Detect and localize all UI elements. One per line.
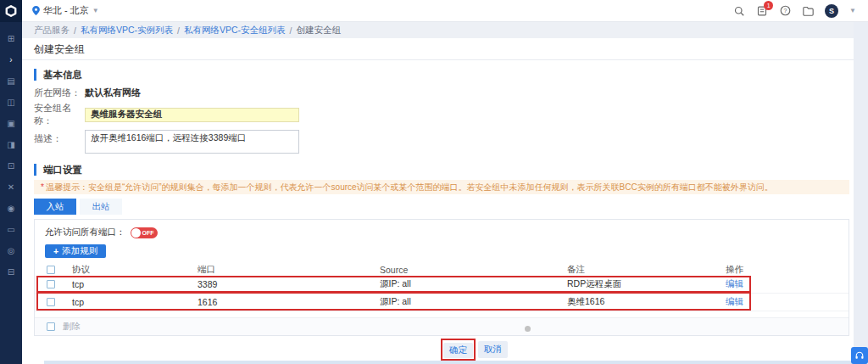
group-name-label: 安全组名称： <box>34 102 85 127</box>
messages-icon[interactable]: 1 <box>756 5 768 17</box>
rule-source: 源IP: all <box>380 296 567 308</box>
sidebar-icon-database[interactable]: ⊡ <box>8 155 14 176</box>
rule-port: 1616 <box>198 297 380 307</box>
delete-button[interactable]: 删除 <box>63 321 81 333</box>
section-basic-info: 基本信息 <box>34 69 868 81</box>
sidebar-icon-network[interactable]: ◨ <box>7 134 14 155</box>
headset-icon <box>854 350 865 361</box>
rule-source: 源IP: all <box>380 278 567 290</box>
svg-text:?: ? <box>783 8 787 14</box>
sidebar: ⊞ › ▤ ◫ ▣ ◨ ⊡ ✕ ◉ ▭ ◎ ⊟ <box>0 0 22 364</box>
breadcrumb-separator: / <box>290 25 292 36</box>
description-textarea[interactable]: 放开奥维1616端口，远程连接3389端口 <box>85 130 299 154</box>
breadcrumb-current: 创建安全组 <box>296 25 341 36</box>
help-icon[interactable]: ? <box>779 5 791 17</box>
breadcrumb-security-groups-link[interactable]: 私有网络VPC-安全组列表 <box>184 25 286 36</box>
sidebar-icon-storage[interactable]: ▣ <box>7 113 14 134</box>
search-icon[interactable] <box>733 5 745 17</box>
breadcrumb-products[interactable]: 产品服务 <box>34 25 70 36</box>
main-area: 华北 - 北京 ▼ 1 ? S ▼ <box>22 0 868 364</box>
sidebar-icon-scaling[interactable]: ✕ <box>8 176 14 198</box>
direction-tabs: 入站 出站 <box>34 199 868 215</box>
breadcrumb-vpc-instances-link[interactable]: 私有网络VPC-实例列表 <box>81 25 173 36</box>
col-action: 操作 <box>726 264 849 276</box>
customer-support-button[interactable] <box>851 347 868 364</box>
rule-port: 3389 <box>198 279 380 289</box>
footer-select-checkbox[interactable] <box>47 322 55 331</box>
sidebar-collapse-arrow-icon[interactable]: › <box>9 49 12 70</box>
scroll-indicator-dot <box>525 326 531 332</box>
table-footer: 删除 <box>35 317 849 335</box>
location-pin-icon <box>32 6 40 15</box>
edit-rule-link[interactable]: 编辑 <box>726 296 849 308</box>
notice-asterisk: * <box>41 182 44 192</box>
scrollbar-track[interactable] <box>854 22 868 364</box>
sidebar-icon-media[interactable]: ▭ <box>7 219 14 240</box>
add-rule-label: 添加规则 <box>62 245 97 257</box>
breadcrumb: 产品服务 / 私有网络VPC-实例列表 / 私有网络VPC-安全组列表 / 创建… <box>22 22 868 38</box>
table-row-ovital: tcp 1616 源IP: all 奥维1616 编辑 <box>35 294 849 311</box>
tab-inbound[interactable]: 入站 <box>34 199 76 215</box>
form-actions: 确定 取消 <box>443 341 508 358</box>
page-title: 创建安全组 <box>22 38 868 60</box>
rule-remark: RDP远程桌面 <box>567 278 726 290</box>
rule-protocol: tcp <box>72 297 198 307</box>
sidebar-icon-products[interactable]: ▤ <box>7 70 14 92</box>
sidebar-icon-compute[interactable]: ◫ <box>7 92 14 113</box>
sidebar-icon-apps-grid[interactable]: ⊞ <box>8 28 14 49</box>
allow-all-ports-toggle[interactable]: OFF <box>131 227 158 238</box>
user-avatar[interactable]: S <box>825 4 838 18</box>
table-row-rdp: tcp 3389 源IP: all RDP远程桌面 编辑 <box>35 276 849 294</box>
toggle-state-label: OFF <box>142 227 154 238</box>
region-label: 华北 - 北京 <box>43 4 89 17</box>
cloud-logo-icon[interactable] <box>0 0 22 22</box>
sidebar-icon-security[interactable]: ⊟ <box>8 261 14 283</box>
security-group-notice: *温馨提示：安全组是“允许访问”的规则集合，每添加一个规则，代表允许一个sour… <box>34 180 849 194</box>
allow-all-ports-label: 允许访问所有端口： <box>45 227 125 238</box>
rules-table: 协议 端口 Source 备注 操作 tcp 3389 源IP: all RDP… <box>35 263 849 311</box>
notification-badge: 1 <box>764 1 773 10</box>
confirm-button[interactable]: 确定 <box>443 343 473 358</box>
network-label: 所在网络： <box>34 87 85 99</box>
description-label: 描述： <box>34 132 85 145</box>
col-source: Source <box>380 265 567 275</box>
edit-rule-link[interactable]: 编辑 <box>726 278 849 290</box>
col-port: 端口 <box>198 264 380 276</box>
rule-protocol: tcp <box>72 279 198 289</box>
col-remark: 备注 <box>567 264 726 276</box>
row-checkbox[interactable] <box>47 280 55 288</box>
table-header-row: 协议 端口 Source 备注 操作 <box>35 263 849 276</box>
region-selector[interactable]: 华北 - 北京 ▼ <box>32 4 99 17</box>
plus-icon: + <box>53 246 58 256</box>
breadcrumb-separator: / <box>177 25 180 36</box>
bottom-edge <box>44 361 868 364</box>
row-checkbox[interactable] <box>47 298 55 306</box>
account-chevron-down-icon[interactable]: ▼ <box>849 7 856 14</box>
rule-remark: 奥维1616 <box>567 296 726 308</box>
network-value: 默认私有网络 <box>85 87 141 99</box>
tab-outbound[interactable]: 出站 <box>80 199 122 215</box>
docs-icon[interactable] <box>802 5 814 17</box>
chevron-down-icon: ▼ <box>92 7 99 14</box>
add-rule-button[interactable]: + 添加规则 <box>45 244 106 258</box>
sidebar-icon-billing[interactable]: ◉ <box>8 198 15 219</box>
toggle-knob <box>131 228 141 238</box>
breadcrumb-separator: / <box>74 25 76 36</box>
group-name-input[interactable] <box>85 108 299 122</box>
section-port-settings: 端口设置 <box>34 164 868 176</box>
cancel-button[interactable]: 取消 <box>478 341 508 358</box>
create-security-group-page: ⊞ › ▤ ◫ ▣ ◨ ⊡ ✕ ◉ ▭ ◎ ⊟ 华北 - 北京 ▼ <box>0 0 868 364</box>
select-all-checkbox[interactable] <box>47 266 55 274</box>
sidebar-icon-monitor[interactable]: ◎ <box>8 240 15 261</box>
topbar: 华北 - 北京 ▼ 1 ? S ▼ <box>22 0 868 22</box>
rules-panel: 允许访问所有端口： OFF + 添加规则 协议 端口 Source 备注 操作 <box>34 219 849 336</box>
col-protocol: 协议 <box>72 264 198 276</box>
notice-text: 温馨提示：安全组是“允许访问”的规则集合，每添加一个规则，代表允许一个sourc… <box>46 182 773 192</box>
